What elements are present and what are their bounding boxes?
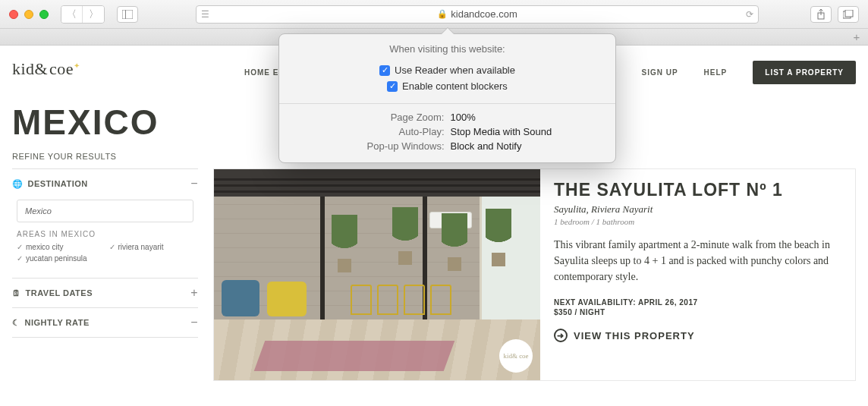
filter-travel-dates: 🗓 TRAVEL DATES + bbox=[12, 278, 198, 307]
property-availability: NEXT AVAILABILITY: APRIL 26, 2017 bbox=[554, 298, 841, 307]
destination-input[interactable]: Mexico bbox=[17, 200, 193, 222]
check-icon: ✓ bbox=[17, 243, 23, 251]
filter-destination: 🌐 DESTINATION − Mexico AREAS IN MEXICO ✓… bbox=[12, 168, 198, 278]
forward-button[interactable]: 〉 bbox=[83, 6, 104, 23]
popup-value[interactable]: Block and Notify bbox=[451, 140, 601, 152]
property-description: This vibrant family apartment a 2-minute… bbox=[554, 237, 841, 285]
popover-settings-grid: Page Zoom: 100% Auto-Play: Stop Media wi… bbox=[279, 104, 615, 162]
zoom-label: Page Zoom: bbox=[294, 112, 445, 123]
back-button[interactable]: 〈 bbox=[61, 6, 83, 23]
popover-title: When visiting this website: bbox=[279, 34, 615, 62]
popup-label: Pop-up Windows: bbox=[294, 140, 445, 152]
zoom-value[interactable]: 100% bbox=[451, 112, 601, 123]
nav-sign-up[interactable]: SIGN UP bbox=[641, 68, 678, 77]
filter-travel-dates-header[interactable]: 🗓 TRAVEL DATES + bbox=[12, 286, 198, 300]
areas-grid: ✓mexico city ✓riviera nayarit ✓yucatan p… bbox=[17, 243, 193, 263]
lock-icon: 🔒 bbox=[437, 9, 448, 19]
property-location: Sayulita, Riviera Nayarit bbox=[554, 203, 841, 216]
property-card[interactable]: kid& coe THE SAYULITA LOFT Nº 1 Sayulita… bbox=[213, 168, 856, 381]
tabs-button[interactable] bbox=[838, 6, 859, 23]
checkbox-checked-icon[interactable]: ✓ bbox=[387, 81, 398, 92]
expand-icon[interactable]: + bbox=[190, 286, 198, 300]
property-title: THE SAYULITA LOFT Nº 1 bbox=[554, 180, 841, 200]
share-icon bbox=[816, 9, 826, 20]
reader-icon[interactable]: ☰ bbox=[201, 9, 209, 20]
refine-label: REFINE YOUR RESULTS bbox=[12, 152, 116, 161]
brand-badge: kid& coe bbox=[499, 339, 533, 373]
filter-nightly-rate: ☾ NIGHTLY RATE − bbox=[12, 307, 198, 338]
svg-rect-0 bbox=[122, 10, 133, 19]
moon-icon: ☾ bbox=[12, 318, 20, 328]
arrow-circle-icon: ➜ bbox=[554, 329, 568, 342]
sidebar-icon bbox=[122, 10, 133, 19]
reload-icon[interactable]: ⟳ bbox=[746, 9, 753, 20]
toolbar-right bbox=[810, 6, 859, 23]
nav-back-forward: 〈 〉 bbox=[61, 5, 105, 24]
fullscreen-window-button[interactable] bbox=[39, 10, 49, 19]
check-icon: ✓ bbox=[17, 254, 23, 263]
share-button[interactable] bbox=[810, 6, 832, 23]
list-property-button[interactable]: LIST A PROPERTY bbox=[753, 61, 856, 84]
url-text: kidandcoe.com bbox=[451, 8, 517, 20]
website-settings-popover: When visiting this website: ✓ Use Reader… bbox=[278, 33, 616, 163]
area-checkbox[interactable]: ✓riviera nayarit bbox=[109, 243, 194, 251]
property-body: THE SAYULITA LOFT Nº 1 Sayulita, Riviera… bbox=[540, 169, 855, 380]
reader-checkbox-row[interactable]: ✓ Use Reader when available bbox=[279, 62, 615, 78]
reader-checkbox-label: Use Reader when available bbox=[395, 65, 515, 76]
sidebar-toggle-button[interactable] bbox=[117, 6, 138, 23]
blockers-checkbox-label: Enable content blockers bbox=[402, 80, 508, 92]
checkbox-checked-icon[interactable]: ✓ bbox=[379, 65, 390, 76]
area-checkbox[interactable]: ✓yucatan peninsula bbox=[17, 254, 102, 263]
property-image: kid& coe bbox=[214, 169, 540, 380]
area-checkbox[interactable]: ✓mexico city bbox=[17, 243, 102, 251]
collapse-icon[interactable]: − bbox=[190, 177, 198, 190]
autoplay-value[interactable]: Stop Media with Sound bbox=[451, 126, 601, 137]
close-window-button[interactable] bbox=[9, 10, 18, 19]
new-tab-button[interactable]: + bbox=[850, 30, 863, 44]
filters-sidebar: 🌐 DESTINATION − Mexico AREAS IN MEXICO ✓… bbox=[12, 168, 198, 381]
property-rooms: 1 bedroom / 1 bathroom bbox=[554, 217, 841, 226]
filter-nightly-rate-header[interactable]: ☾ NIGHTLY RATE − bbox=[12, 316, 198, 329]
calendar-icon: 🗓 bbox=[12, 288, 21, 297]
property-price: $350 / NIGHT bbox=[554, 308, 841, 316]
areas-label: AREAS IN MEXICO bbox=[17, 230, 198, 238]
address-bar[interactable]: ☰ 🔒 kidandcoe.com ⟳ bbox=[196, 5, 759, 24]
tabs-icon bbox=[843, 10, 854, 19]
collapse-icon[interactable]: − bbox=[190, 316, 198, 329]
blockers-checkbox-row[interactable]: ✓ Enable content blockers bbox=[279, 78, 615, 94]
filter-destination-header[interactable]: 🌐 DESTINATION − bbox=[12, 177, 198, 190]
window-controls bbox=[9, 10, 49, 19]
view-property-link[interactable]: ➜ VIEW THIS PROPERTY bbox=[554, 329, 841, 342]
browser-toolbar: 〈 〉 ☰ 🔒 kidandcoe.com ⟳ bbox=[0, 0, 868, 29]
minimize-window-button[interactable] bbox=[24, 10, 33, 19]
globe-icon: 🌐 bbox=[12, 179, 24, 189]
check-icon: ✓ bbox=[109, 243, 115, 251]
nav-help[interactable]: HELP bbox=[704, 68, 728, 77]
svg-rect-5 bbox=[845, 10, 853, 17]
autoplay-label: Auto-Play: bbox=[294, 126, 445, 137]
